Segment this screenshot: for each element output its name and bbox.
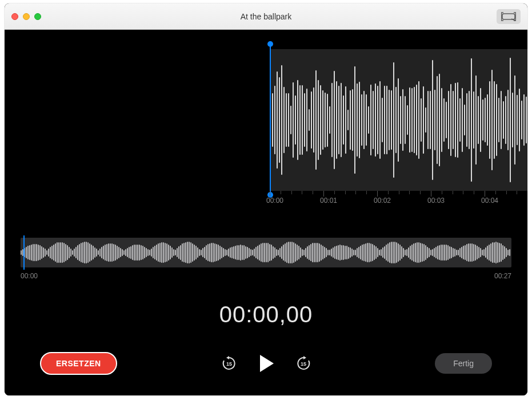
svg-text:15: 15 bbox=[226, 361, 231, 367]
svg-text:15: 15 bbox=[300, 361, 306, 367]
skip-forward-button[interactable]: 15 bbox=[294, 354, 313, 373]
svg-marker-2 bbox=[226, 356, 229, 359]
overview-labels: 00:00 00:27 bbox=[21, 272, 511, 280]
skip-back-icon: 15 bbox=[221, 355, 238, 372]
overview-waveform[interactable]: 00:00 00:27 bbox=[21, 238, 511, 280]
overview-playhead[interactable] bbox=[23, 235, 25, 270]
svg-marker-5 bbox=[303, 356, 306, 359]
trim-icon bbox=[501, 12, 516, 21]
overview-end-time: 00:27 bbox=[494, 272, 511, 280]
playhead[interactable] bbox=[270, 43, 271, 195]
ruler-label: 00:01 bbox=[320, 197, 337, 205]
ruler-label: 00:02 bbox=[374, 197, 391, 205]
done-button-label: Fertig bbox=[453, 359, 474, 368]
playback-controls: 15 15 bbox=[220, 353, 313, 374]
window-close-button[interactable] bbox=[11, 13, 18, 20]
svg-marker-4 bbox=[260, 355, 274, 372]
play-icon bbox=[258, 354, 275, 373]
overview-start-time: 00:00 bbox=[21, 272, 38, 280]
window-title: At the ballpark bbox=[5, 12, 527, 21]
time-ruler: 00:0000:0100:0200:0300:040 bbox=[270, 191, 527, 207]
window-minimize-button[interactable] bbox=[23, 13, 30, 20]
trim-mode-button[interactable] bbox=[497, 9, 521, 24]
app-window: At the ballpark 00:0000:0100:0200:0300: bbox=[5, 3, 527, 395]
main-waveform-clip bbox=[270, 49, 527, 191]
replace-button-label: ERSETZEN bbox=[56, 359, 101, 368]
timecode-display: 00:00,00 bbox=[5, 302, 527, 327]
svg-rect-0 bbox=[502, 14, 515, 19]
titlebar: At the ballpark bbox=[5, 3, 527, 30]
overview-track bbox=[21, 238, 511, 267]
transport-controls: ERSETZEN 15 bbox=[5, 339, 527, 395]
ruler-label: 00:04 bbox=[481, 197, 498, 205]
skip-forward-icon: 15 bbox=[295, 355, 312, 372]
playhead-handle-top[interactable] bbox=[267, 41, 273, 47]
editor-area: 00:0000:0100:0200:0300:040 00:00 00:27 0… bbox=[5, 30, 527, 395]
ruler-label: 00:00 bbox=[266, 197, 283, 205]
window-zoom-button[interactable] bbox=[34, 13, 41, 20]
replace-button[interactable]: ERSETZEN bbox=[40, 352, 117, 375]
play-button[interactable] bbox=[255, 353, 277, 374]
main-waveform-area[interactable]: 00:0000:0100:0200:0300:040 bbox=[18, 47, 527, 207]
ruler-label: 00:03 bbox=[427, 197, 445, 205]
done-button[interactable]: Fertig bbox=[435, 353, 492, 374]
skip-back-button[interactable]: 15 bbox=[220, 354, 238, 373]
window-controls bbox=[11, 13, 41, 20]
